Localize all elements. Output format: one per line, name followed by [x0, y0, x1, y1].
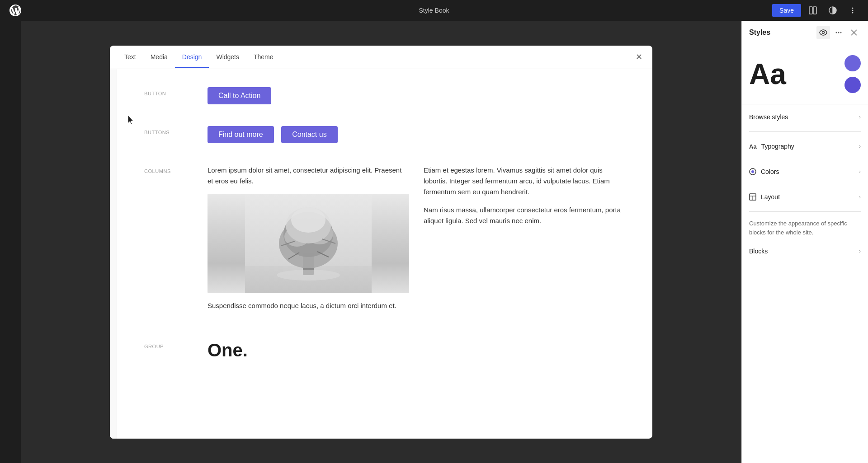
styles-preview: Aa: [742, 44, 868, 104]
browse-styles-section: Browse styles ›: [742, 104, 868, 130]
svg-point-4: [852, 8, 854, 9]
layout-toggle-button[interactable]: [805, 2, 821, 19]
browse-styles-label: Browse styles: [749, 113, 788, 121]
find-out-more-button[interactable]: Find out more: [208, 126, 274, 143]
tab-widgets[interactable]: Widgets: [209, 47, 246, 68]
blocks-label: Blocks: [749, 248, 768, 255]
group-text: One.: [208, 340, 625, 360]
center-panel: Text Media Design Widgets Theme ✕: [21, 21, 741, 463]
svg-point-15: [291, 207, 326, 233]
buttons-section-content: Find out more Contact us: [208, 126, 625, 143]
styles-eye-button[interactable]: [816, 26, 830, 39]
svg-rect-2: [813, 7, 816, 14]
styles-panel-title: Styles: [749, 28, 770, 37]
colors-icon: [749, 168, 756, 175]
blocks-section[interactable]: Blocks ›: [742, 242, 868, 260]
layout-chevron: ›: [859, 194, 861, 200]
svg-point-23: [838, 32, 840, 33]
browse-styles-item[interactable]: Browse styles ›: [742, 108, 868, 126]
browse-styles-chevron: ›: [859, 114, 861, 120]
column-left: Lorem ipsum dolor sit amet, consectetur …: [208, 165, 409, 318]
style-book-content: BUTTON Call to Action BUTTONS Find out m…: [117, 69, 652, 439]
save-button[interactable]: Save: [772, 4, 801, 17]
wordpress-logo[interactable]: [7, 2, 24, 19]
svg-point-5: [852, 10, 854, 11]
layout-item-left: Layout: [749, 193, 780, 201]
buttons-section: BUTTONS Find out more Contact us: [144, 126, 625, 143]
group-section-content: One.: [208, 340, 625, 360]
typography-preview: Aa: [749, 60, 786, 89]
style-book-left-nav: [110, 69, 117, 439]
more-options-button[interactable]: [844, 2, 861, 19]
styles-panel-icons: [816, 26, 861, 39]
colors-chevron: ›: [859, 168, 861, 175]
columns-section-content: Lorem ipsum dolor sit amet, consectetur …: [208, 165, 625, 318]
group-section: GROUP One.: [144, 340, 625, 360]
typography-item[interactable]: Aa Typography ›: [742, 137, 868, 155]
svg-point-20: [277, 270, 340, 281]
tree-image: [208, 194, 409, 293]
cursor-indicator: [126, 114, 135, 127]
tab-text[interactable]: Text: [117, 47, 143, 68]
typography-label: Typography: [761, 143, 794, 150]
contact-us-button[interactable]: Contact us: [281, 126, 337, 143]
layout-label: Layout: [761, 193, 780, 201]
top-bar-right: Save: [772, 2, 861, 19]
tabs-bar: Text Media Design Widgets Theme ✕: [110, 46, 652, 69]
columns-content: Lorem ipsum dolor sit amet, consectetur …: [208, 165, 625, 318]
style-book-window: Text Media Design Widgets Theme ✕: [110, 46, 652, 439]
button-section-label: BUTTON: [144, 87, 189, 104]
styles-panel-header: Styles: [742, 21, 868, 44]
styles-more-button[interactable]: [832, 26, 845, 39]
cta-button[interactable]: Call to Action: [208, 87, 271, 104]
page-title: Style Book: [419, 7, 449, 14]
column-left-text1: Lorem ipsum dolor sit amet, consectetur …: [208, 165, 409, 187]
tab-theme[interactable]: Theme: [246, 47, 281, 68]
color-circle-1: [844, 55, 861, 71]
colors-item-left: Colors: [749, 168, 779, 175]
title-text: Style Book: [419, 7, 449, 14]
typography-icon: Aa: [749, 143, 757, 150]
button-section-content: Call to Action: [208, 87, 625, 104]
color-circle-2: [844, 77, 861, 93]
blocks-chevron: ›: [859, 248, 861, 254]
browse-styles-left: Browse styles: [749, 113, 788, 121]
divider-1: [749, 131, 861, 132]
top-bar: Style Book Save: [0, 0, 868, 21]
typography-section: Aa Typography ›: [742, 134, 868, 159]
colors-section: Colors ›: [742, 159, 868, 184]
svg-point-24: [840, 32, 842, 33]
styles-close-button[interactable]: [847, 26, 861, 39]
columns-section-label: COLUMNS: [144, 165, 189, 318]
column-right: Etiam et egestas lorem. Vivamus sagittis…: [424, 165, 625, 318]
main-area: Text Media Design Widgets Theme ✕: [0, 21, 868, 463]
typography-chevron: ›: [859, 143, 861, 150]
content-area: BUTTON Call to Action BUTTONS Find out m…: [110, 69, 652, 439]
group-section-label: GROUP: [144, 340, 189, 360]
svg-rect-1: [809, 7, 812, 14]
svg-point-28: [751, 170, 754, 173]
column-right-text2: Nam risus massa, ullamcorper consectetur…: [424, 205, 625, 226]
customize-text: Customize the appearance of specific blo…: [742, 214, 868, 242]
theme-toggle-button[interactable]: [825, 2, 841, 19]
columns-section: COLUMNS Lorem ipsum dolor sit amet, cons…: [144, 165, 625, 318]
svg-point-6: [852, 12, 854, 14]
layout-item[interactable]: Layout ›: [742, 188, 868, 206]
close-button[interactable]: ✕: [632, 51, 645, 63]
svg-point-21: [822, 31, 825, 33]
divider-2: [749, 211, 861, 212]
tab-design[interactable]: Design: [175, 47, 209, 68]
layout-section: Layout ›: [742, 184, 868, 210]
typography-item-left: Aa Typography: [749, 143, 794, 150]
svg-point-22: [836, 32, 837, 33]
colors-item[interactable]: Colors ›: [742, 163, 868, 181]
tab-media[interactable]: Media: [143, 47, 175, 68]
buttons-section-label: BUTTONS: [144, 126, 189, 143]
top-bar-left: [7, 2, 24, 19]
button-section: BUTTON Call to Action: [144, 87, 625, 104]
column-right-text1: Etiam et egestas lorem. Vivamus sagittis…: [424, 165, 625, 197]
colors-label: Colors: [761, 168, 779, 175]
column-left-text2: Suspendisse commodo neque lacus, a dictu…: [208, 300, 409, 311]
styles-panel: Styles: [741, 21, 868, 463]
layout-icon: [749, 193, 756, 201]
